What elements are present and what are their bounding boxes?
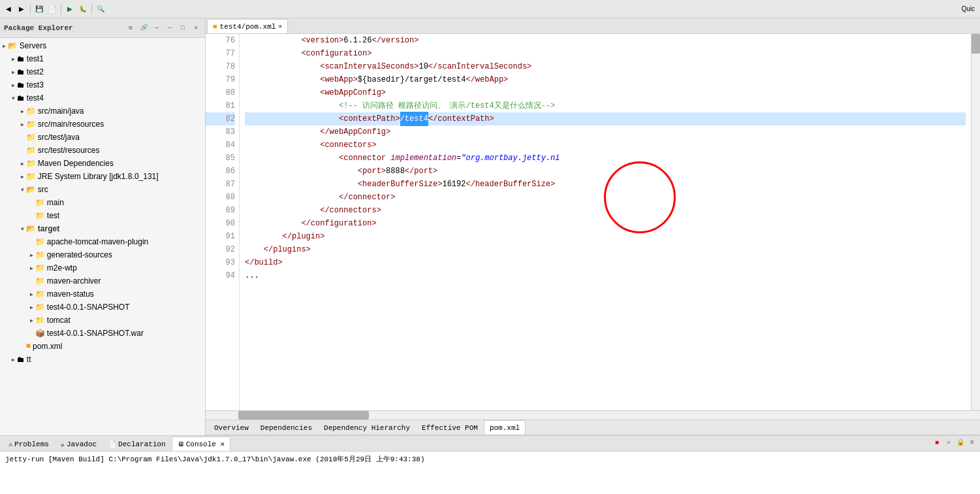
tree-item-target[interactable]: ▼📂target [0, 222, 205, 235]
xml-attr-val: "org.mortbay.jetty.ni [461, 152, 560, 165]
minimize-btn[interactable]: — [165, 23, 175, 33]
console-opts-btn[interactable]: ≡ [967, 437, 977, 448]
toggle-icon: ▶ [21, 135, 24, 140]
stop-btn[interactable]: ■ [932, 437, 942, 448]
tree-item-servers[interactable]: ▶📂Servers [0, 39, 205, 52]
editor-tab-icon: ■ [213, 23, 217, 31]
bp-tab-problems[interactable]: ⚠Problems [3, 436, 55, 451]
tree-item-m2e-wtp[interactable]: ▶📁m2e-wtp [0, 261, 205, 274]
tree-item-test3[interactable]: ▶🖿test3 [0, 78, 205, 91]
toggle-icon: ▶ [30, 265, 33, 271]
tree-item-src-main-java[interactable]: ▶📁src/main/java [0, 105, 205, 118]
close-panel-btn[interactable]: ✕ [191, 23, 201, 33]
tree-item-src-test-res[interactable]: ▶📁src/test/resources [0, 144, 205, 157]
line-number-86: 86 [206, 165, 235, 178]
file-tab-effective-pom[interactable]: Effective POM [416, 420, 484, 435]
new-btn[interactable]: 📄 [46, 3, 58, 15]
editor-vscrollbar[interactable] [971, 34, 980, 410]
hscroll-thumb[interactable] [238, 411, 369, 420]
scroll-lock-btn[interactable]: 🔒 [955, 437, 966, 448]
link-btn[interactable]: 🔗 [138, 23, 149, 33]
code-area[interactable]: <version>6.1.26</version> <configuration… [240, 34, 971, 410]
search-btn[interactable]: 🔍 [95, 3, 106, 15]
xml-text: 10 [419, 60, 428, 73]
line-numbers: 76777879808182838485868788899091929394 [206, 34, 240, 410]
maximize-btn[interactable]: □ [178, 23, 188, 33]
tree-item-maven-status[interactable]: ▶📁maven-status [0, 288, 205, 301]
tree-item-test4-snapshot[interactable]: ▶📁test4-0.0.1-SNAPSHOT [0, 301, 205, 314]
bp-tab-javadoc[interactable]: ☕Javadoc [55, 436, 103, 451]
file-tab-dependencies[interactable]: Dependencies [255, 420, 318, 435]
xml-icon: ■ [26, 342, 31, 351]
vscroll-thumb[interactable] [972, 34, 980, 54]
editor-hscrollbar[interactable] [206, 410, 980, 420]
toggle-icon: ▶ [30, 318, 33, 323]
collapse-all-btn[interactable]: ⊟ [125, 23, 136, 33]
tree-label: tt [27, 355, 31, 364]
tree-item-generated-sources[interactable]: ▶📁generated-sources [0, 248, 205, 261]
tree-item-apache-tomcat[interactable]: ▶📁apache-tomcat-maven-plugin [0, 235, 205, 248]
forward-btn[interactable]: ▶ [16, 3, 27, 15]
editor-area[interactable]: 76777879808182838485868788899091929394 <… [206, 34, 980, 410]
tree-item-tomcat[interactable]: ▶📁tomcat [0, 314, 205, 327]
bp-tab-console[interactable]: 🖥Console ✕ [172, 436, 230, 451]
right-panel: ■ test4/pom.xml ✕ 7677787980818283848586… [206, 18, 980, 435]
xml-tag: </webAppConfig> [320, 125, 390, 139]
xml-tag: </plugins> [264, 243, 311, 256]
tree-label: Servers [20, 41, 46, 50]
folder-icon: 📂 [8, 41, 18, 51]
tree-label: test4-0.0.1-SNAPSHOT [47, 303, 130, 312]
toggle-icon: ▶ [30, 305, 33, 310]
tree-item-test[interactable]: ▶📁test [0, 209, 205, 222]
bp-tab-declaration[interactable]: 📄Declaration [103, 436, 172, 451]
tree-item-test4[interactable]: ▼🖿test4 [0, 91, 205, 105]
tree-label: test2 [27, 67, 44, 76]
folder-icon: 📁 [35, 289, 45, 299]
tree-item-src-test-java[interactable]: ▶📁src/test/java [0, 131, 205, 144]
editor-tab-pom[interactable]: ■ test4/pom.xml ✕ [207, 19, 288, 33]
xml-tag: <webApp> [320, 73, 358, 86]
xml-tag: <connector [339, 152, 390, 165]
close-console-btn[interactable]: ✕ [943, 437, 954, 448]
save-btn[interactable]: 💾 [33, 3, 45, 15]
code-line-77: <configuration> [245, 47, 966, 60]
tree-item-maven-deps[interactable]: ▶📁Maven Dependencies [0, 157, 205, 170]
code-line-90: </configuration> [245, 217, 966, 230]
tree-label: test [47, 211, 59, 220]
xml-text: 16192 [442, 178, 466, 191]
run-btn[interactable]: ▶ [64, 3, 76, 15]
code-line-93: </build> [245, 256, 966, 269]
folder-icon: 📂 [26, 185, 36, 195]
sync-btn[interactable]: ↔ [151, 23, 162, 33]
tree-item-jre-lib[interactable]: ▶📁JRE System Library [jdk1.8.0_131] [0, 170, 205, 183]
project-icon: 🖿 [17, 67, 25, 77]
file-tab-pom.xml[interactable]: pom.xml [484, 420, 526, 435]
tree-item-src-main-res[interactable]: ▶📁src/main/resources [0, 118, 205, 131]
tree-label: apache-tomcat-maven-plugin [47, 237, 148, 246]
code-line-89: </connectors> [245, 204, 966, 217]
line-number-84: 84 [206, 139, 235, 152]
file-tab-dependency-hierarchy[interactable]: Dependency Hierarchy [318, 420, 416, 435]
tree-label: tomcat [47, 316, 71, 325]
tree-item-maven-archiver[interactable]: ▶📁maven-archiver [0, 274, 205, 288]
tree-item-src[interactable]: ▼📂src [0, 183, 205, 196]
tree-item-test2[interactable]: ▶🖿test2 [0, 65, 205, 78]
tree-item-test1[interactable]: ▶🖿test1 [0, 52, 205, 65]
tree-item-main[interactable]: ▶📁main [0, 196, 205, 209]
bp-tab-icon-console: 🖥 [178, 440, 184, 448]
quick-access[interactable]: Quic [958, 3, 977, 15]
tree-item-tt[interactable]: ▶🖿tt [0, 353, 205, 366]
editor-tab-close[interactable]: ✕ [278, 23, 281, 30]
folder-icon: 📁 [26, 172, 36, 182]
folder-icon: 📁 [35, 303, 45, 312]
tree-item-pom-xml[interactable]: ▶■pom.xml [0, 340, 205, 353]
file-tab-overview[interactable]: Overview [208, 420, 255, 435]
tree-item-test4-war[interactable]: ▶📦test4-0.0.1-SNAPSHOT.war [0, 327, 205, 340]
back-btn[interactable]: ◀ [3, 3, 14, 15]
code-line-80: <webAppConfig> [245, 86, 966, 99]
toggle-icon: ▶ [30, 331, 33, 337]
toggle-icon: ▼ [21, 226, 24, 232]
bottom-panel-tabs: ⚠Problems☕Javadoc📄Declaration🖥Console ✕ [0, 436, 980, 452]
bp-tab-label-console: Console ✕ [186, 440, 225, 448]
debug-btn[interactable]: 🐛 [77, 3, 89, 15]
